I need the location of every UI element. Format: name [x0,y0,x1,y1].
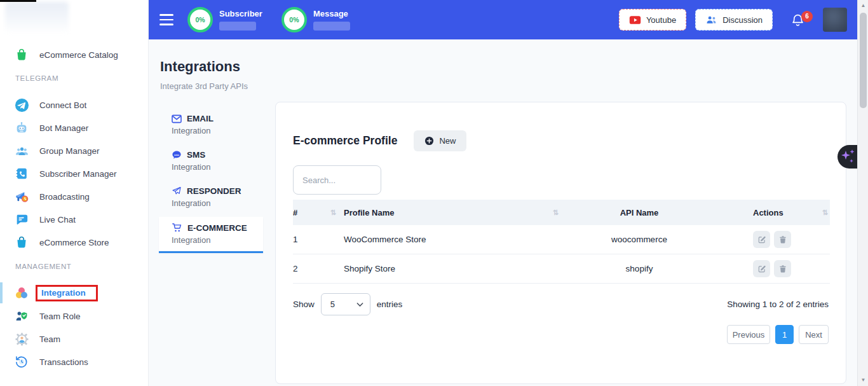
notification-badge: 6 [801,11,813,22]
subnav-subtitle: Integration [172,235,263,245]
envelope-icon [172,114,182,123]
subnav-responder-integration[interactable]: RESPONDER Integration [159,181,263,217]
user-avatar[interactable] [823,8,847,32]
scrollbar-thumb[interactable] [860,13,867,108]
previous-page-button[interactable]: Previous [727,325,770,344]
sidebar-item-label: Broadcasting [39,192,90,202]
sidebar-item-team-role[interactable]: Team Role [0,307,148,326]
progress-ring-icon: 0% [281,7,307,32]
paper-plane-icon [172,186,182,196]
sidebar-item-ecommerce-store[interactable]: eCommerce Store [0,233,148,252]
main-content: Integrations Integrate 3rd Party APIs EM… [149,39,868,386]
sidebar-item-bot-manager[interactable]: Bot Manager [0,118,148,137]
browser-artifact-bar [0,0,36,2]
show-label: Show [293,300,315,309]
shopping-bag-green-icon [14,47,29,62]
pagination: Previous 1 Next [293,325,829,344]
sidebar-item-label: Bot Manager [39,123,88,133]
new-button-label: New [439,136,456,146]
history-clock-icon [14,354,29,369]
current-page-button[interactable]: 1 [775,325,794,344]
discussion-button-label: Discussion [722,15,763,25]
delete-button[interactable] [774,231,791,248]
subnav-email-integration[interactable]: EMAIL Integration [159,108,263,144]
app-window: eCommerce Catalog TELEGRAM Connect Bot B… [0,0,868,386]
sidebar-item-transactions[interactable]: Transactions [0,352,148,371]
plus-circle-icon [424,136,434,146]
chat-bubble-icon [14,212,29,227]
column-header-profile-name[interactable]: Profile Name ⇅ [344,208,566,217]
scroll-down-arrow-icon[interactable]: ▼ [858,377,868,383]
profiles-table: # ⇅ Profile Name ⇅ API Name Actions ⇅ [293,200,830,284]
row-profile-name: WooCommerce Store [344,235,566,244]
row-api-name: woocommerce [566,235,712,244]
column-header-api-name[interactable]: API Name [566,208,712,217]
subnav-title: RESPONDER [187,186,241,196]
sidebar-item-ecommerce-catalog[interactable]: eCommerce Catalog [0,45,148,64]
sidebar-item-integration[interactable]: Integration [0,284,148,303]
subscriber-percent: 0% [195,16,205,24]
row-num: 2 [293,264,344,273]
discussion-button[interactable]: Discussion [695,9,773,31]
card-title: E-commerce Profile [293,134,397,148]
sidebar-item-connect-bot[interactable]: Connect Bot [0,95,148,114]
sidebar-item-label-annotated: Integration [36,285,98,301]
sidebar-item-live-chat[interactable]: Live Chat [0,210,148,229]
megaphone-icon [14,189,29,204]
page-size-value: 5 [330,300,335,309]
people-icon [705,15,717,25]
subnav-subtitle: Integration [172,126,263,135]
message-stat: 0% Message [281,7,350,32]
sort-icon: ⇅ [330,209,344,217]
column-header-num[interactable]: # ⇅ [293,208,344,217]
delete-button[interactable] [774,260,791,277]
hamburger-menu-icon[interactable] [159,14,173,25]
row-num: 1 [293,235,344,244]
ecommerce-profile-card: E-commerce Profile New # ⇅ Profile N [275,102,846,384]
page-size-select[interactable]: 5 [321,293,370,315]
edit-button[interactable] [753,260,770,277]
store-bag-icon [14,235,29,250]
subnav-subtitle: Integration [172,162,263,172]
new-profile-button[interactable]: New [414,130,466,151]
sort-icon: ⇅ [822,209,830,217]
sidebar-item-broadcasting[interactable]: Broadcasting [0,187,148,206]
next-page-button[interactable]: Next [799,325,829,344]
search-input[interactable] [293,165,381,195]
page-title: Integrations [160,59,240,75]
column-header-actions[interactable]: Actions ⇅ [712,208,830,217]
subnav-ecommerce-integration[interactable]: E-COMMERCE Integration [159,217,263,253]
subnav-title: EMAIL [187,114,214,123]
ai-assistant-button[interactable] [837,145,857,169]
scroll-up-arrow-icon[interactable]: ▲ [858,3,868,8]
edit-button[interactable] [753,231,770,248]
svg-text:sms: sms [174,153,180,156]
sidebar-section-management: MANAGEMENT [0,263,148,272]
sidebar-item-team[interactable]: Team [0,329,148,348]
robot-icon [14,120,29,135]
subnav-subtitle: Integration [172,198,263,208]
message-percent: 0% [289,16,299,24]
sidebar-item-label: Subscriber Manager [39,169,117,179]
table-row: 2 Shopify Store shopify [293,254,830,284]
subnav-title: E-COMMERCE [187,223,247,233]
notification-bell[interactable]: 6 [790,13,805,27]
message-count-redacted [313,22,350,31]
contacts-phone-icon [14,166,29,181]
sidebar-item-label: Team [39,334,60,344]
vertical-scrollbar[interactable]: ▲ ▼ [857,0,868,386]
chevron-down-icon [356,302,363,307]
telegram-icon [14,97,29,113]
subscriber-count-redacted [219,22,256,31]
table-header-row: # ⇅ Profile Name ⇅ API Name Actions ⇅ [293,200,830,225]
sidebar-item-label: Team Role [39,312,81,321]
sidebar-item-label: Live Chat [39,215,76,224]
youtube-button[interactable]: Youtube [619,9,686,31]
sidebar-item-group-manager[interactable]: Group Manager [0,141,148,160]
subscriber-label: Subscriber [219,9,262,18]
color-circles-icon [14,286,29,301]
subnav-sms-integration[interactable]: sms SMS Integration [159,144,263,181]
sidebar-item-label: eCommerce Store [39,238,109,247]
group-icon [14,143,29,158]
sidebar-item-subscriber-manager[interactable]: Subscriber Manager [0,164,148,183]
